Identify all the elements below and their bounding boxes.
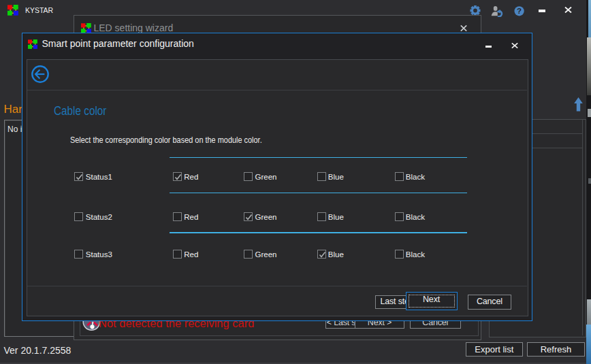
svg-text:?: ? (517, 7, 522, 15)
